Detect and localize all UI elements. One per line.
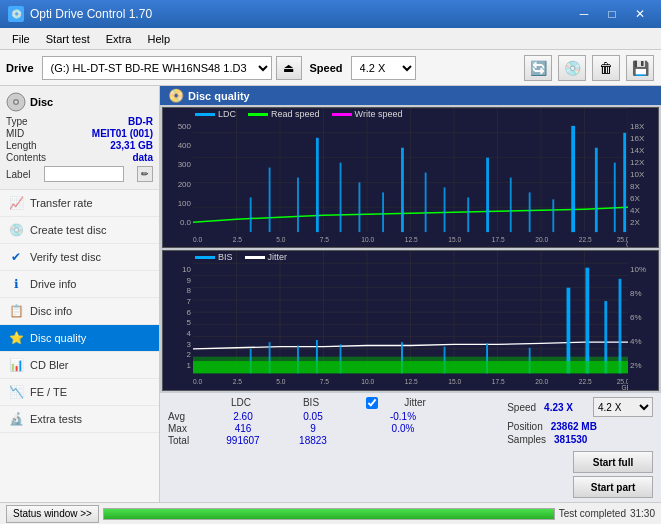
eject-button[interactable]: ⏏ [276, 56, 302, 80]
fe-te-icon: 📉 [8, 384, 24, 400]
app-icon: 💿 [8, 6, 24, 22]
length-label: Length [6, 140, 37, 151]
svg-rect-21 [297, 178, 299, 233]
status-bar: Status window >> Test completed 31:30 [0, 502, 661, 524]
speed-select[interactable]: 4.2 X [351, 56, 416, 80]
svg-text:10.0: 10.0 [361, 377, 374, 387]
total-ldc: 991607 [208, 435, 278, 446]
svg-text:0.0: 0.0 [193, 236, 202, 243]
label-edit-button[interactable]: ✏ [137, 166, 153, 182]
max-ldc: 416 [208, 423, 278, 434]
drive-info-label: Drive info [30, 278, 76, 290]
refresh-button[interactable]: 🔄 [524, 55, 552, 81]
menu-starttest[interactable]: Start test [38, 31, 98, 47]
sidebar-item-create-test-disc[interactable]: 💿 Create test disc [0, 217, 159, 244]
sidebar-item-fe-te[interactable]: 📉 FE / TE [0, 379, 159, 406]
chart-panel-title: Disc quality [188, 90, 250, 102]
total-label: Total [168, 435, 208, 446]
svg-rect-82 [619, 279, 622, 374]
status-time: 31:30 [630, 508, 655, 519]
chart-header-icon: 📀 [168, 88, 184, 103]
erase-button[interactable]: 🗑 [592, 55, 620, 81]
maximize-button[interactable]: □ [599, 3, 625, 25]
transfer-rate-icon: 📈 [8, 195, 24, 211]
svg-text:17.5: 17.5 [492, 377, 505, 387]
samples-value: 381530 [554, 434, 587, 445]
svg-rect-37 [623, 133, 626, 232]
speed-display-label: Speed [507, 402, 536, 413]
svg-text:22.5: 22.5 [579, 377, 592, 387]
sidebar-item-cd-bler[interactable]: 📊 CD Bler [0, 352, 159, 379]
svg-text:GB: GB [621, 382, 628, 390]
title-bar: 💿 Opti Drive Control 1.70 ─ □ ✕ [0, 0, 661, 28]
menu-bar: File Start test Extra Help [0, 28, 661, 50]
stats-speed-select[interactable]: 4.2 X [593, 397, 653, 417]
top-chart-legend: LDC Read speed Write speed [191, 108, 630, 120]
bottom-chart-y-left: 10 9 8 7 6 5 4 3 2 1 [163, 251, 193, 390]
extra-tests-label: Extra tests [30, 413, 82, 425]
nav-menu: 📈 Transfer rate 💿 Create test disc ✔ Ver… [0, 190, 159, 502]
bottom-chart-legend: BIS Jitter [191, 251, 630, 263]
sidebar-item-extra-tests[interactable]: 🔬 Extra tests [0, 406, 159, 433]
minimize-button[interactable]: ─ [571, 3, 597, 25]
create-test-disc-label: Create test disc [30, 224, 106, 236]
bis-header: BIS [276, 397, 346, 409]
close-button[interactable]: ✕ [627, 3, 653, 25]
sidebar-item-disc-info[interactable]: 📋 Disc info [0, 298, 159, 325]
label-label: Label [6, 169, 30, 180]
verify-test-disc-icon: ✔ [8, 249, 24, 265]
svg-text:2.5: 2.5 [233, 236, 242, 243]
svg-rect-28 [444, 187, 446, 232]
svg-text:20.0: 20.0 [535, 236, 548, 243]
jitter-checkbox[interactable] [366, 397, 378, 409]
max-bis: 9 [278, 423, 348, 434]
svg-rect-29 [467, 197, 469, 232]
disc-quality-label: Disc quality [30, 332, 86, 344]
save-button[interactable]: 💾 [626, 55, 654, 81]
length-value: 23,31 GB [110, 140, 153, 151]
mid-value: MEIT01 (001) [92, 128, 153, 139]
sidebar-item-transfer-rate[interactable]: 📈 Transfer rate [0, 190, 159, 217]
svg-rect-26 [401, 148, 404, 232]
sidebar-item-drive-info[interactable]: ℹ Drive info [0, 271, 159, 298]
svg-text:15.0: 15.0 [448, 377, 461, 387]
sidebar: Disc Type BD-R MID MEIT01 (001) Length 2… [0, 86, 160, 502]
svg-text:10.0: 10.0 [361, 236, 374, 243]
sidebar-item-verify-test-disc[interactable]: ✔ Verify test disc [0, 244, 159, 271]
app-title: Opti Drive Control 1.70 [30, 7, 152, 21]
drive-select[interactable]: (G:) HL-DT-ST BD-RE WH16NS48 1.D3 [42, 56, 272, 80]
disc-info-icon: 📋 [8, 303, 24, 319]
avg-label: Avg [168, 411, 208, 422]
disc-info-label: Disc info [30, 305, 72, 317]
max-jitter: 0.0% [368, 423, 438, 434]
create-test-disc-icon: 💿 [8, 222, 24, 238]
svg-rect-32 [529, 192, 531, 232]
content-area: 📀 Disc quality LDC Read speed Write spee… [160, 86, 661, 502]
position-value: 23862 MB [551, 421, 597, 432]
svg-rect-83 [193, 361, 628, 373]
menu-file[interactable]: File [4, 31, 38, 47]
start-full-button[interactable]: Start full [573, 451, 653, 473]
verify-test-disc-label: Verify test disc [30, 251, 101, 263]
svg-text:20.0: 20.0 [535, 377, 548, 387]
avg-bis: 0.05 [278, 411, 348, 422]
svg-text:12.5: 12.5 [405, 236, 418, 243]
start-part-button[interactable]: Start part [573, 476, 653, 498]
label-input[interactable] [44, 166, 124, 182]
svg-text:2.5: 2.5 [233, 377, 242, 387]
svg-rect-31 [510, 178, 512, 233]
type-label: Type [6, 116, 28, 127]
status-window-button[interactable]: Status window >> [6, 505, 99, 523]
svg-rect-20 [269, 168, 271, 233]
avg-ldc: 2.60 [208, 411, 278, 422]
speed-label: Speed [310, 62, 343, 74]
avg-jitter: -0.1% [368, 411, 438, 422]
bottom-chart: BIS Jitter 10 9 8 7 6 5 4 3 2 1 [162, 250, 659, 391]
sidebar-item-disc-quality[interactable]: ⭐ Disc quality [0, 325, 159, 352]
cd-bler-icon: 📊 [8, 357, 24, 373]
burn-button[interactable]: 💿 [558, 55, 586, 81]
menu-extra[interactable]: Extra [98, 31, 140, 47]
total-bis: 18823 [278, 435, 348, 446]
menu-help[interactable]: Help [139, 31, 178, 47]
top-chart-main: 0.0 2.5 5.0 7.5 10.0 12.5 15.0 17.5 20.0… [193, 108, 628, 247]
